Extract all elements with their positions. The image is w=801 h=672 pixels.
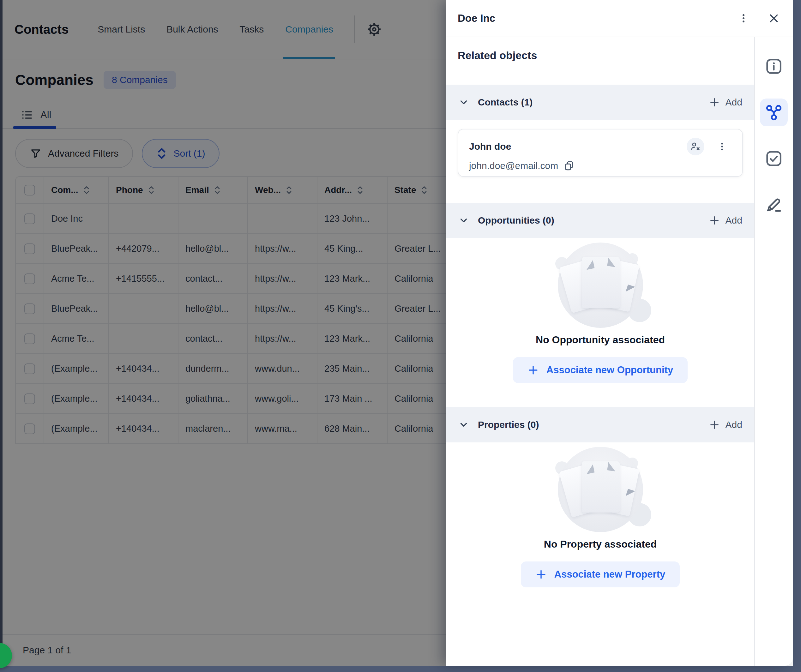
panel-header: Doe Inc [446, 0, 793, 37]
chevron-down-icon [458, 97, 469, 108]
opportunities-section-label: Opportunities (0) [478, 215, 554, 226]
no-opportunity-text: No Opportunity associated [446, 334, 754, 346]
plus-icon [536, 569, 547, 580]
properties-empty-state: No Property associated Associate new Pro… [446, 447, 754, 587]
panel-more-actions-button[interactable] [734, 9, 753, 28]
rail-tasks-tab[interactable] [760, 145, 788, 172]
relations-icon [764, 103, 783, 122]
contacts-add-label: Add [725, 97, 742, 108]
contact-card[interactable]: John doe [458, 129, 743, 177]
contacts-section-header[interactable]: Contacts (1) Add [446, 85, 754, 120]
rail-notes-tab[interactable] [760, 191, 788, 219]
empty-state-illustration [558, 243, 643, 328]
opportunities-section-header[interactable]: Opportunities (0) Add [446, 203, 754, 238]
company-detail-panel: Doe Inc Related objects [446, 0, 793, 666]
empty-state-illustration [558, 447, 643, 532]
panel-title: Doe Inc [458, 12, 495, 24]
chevron-down-icon [458, 215, 469, 226]
screen: Contacts Smart Lists Bulk Actions Tasks … [0, 0, 801, 672]
task-check-icon [764, 149, 783, 168]
remove-association-button[interactable] [687, 138, 704, 155]
panel-close-button[interactable] [764, 9, 783, 28]
properties-section-label: Properties (0) [478, 420, 539, 430]
kebab-icon [738, 13, 749, 24]
contact-more-actions-button[interactable] [713, 137, 732, 156]
panel-icon-rail [754, 37, 793, 666]
contact-name: John doe [469, 141, 511, 152]
person-x-icon [690, 141, 701, 152]
rail-relations-tab[interactable] [760, 98, 788, 126]
associate-new-property-label: Associate new Property [554, 569, 665, 580]
chevron-down-icon [458, 420, 469, 430]
panel-body: Related objects Contacts (1) Add [446, 37, 793, 666]
plus-icon [709, 215, 720, 226]
contacts-add-button[interactable]: Add [709, 97, 742, 108]
contact-email: john.doe@email.com [469, 161, 558, 171]
associate-new-opportunity-label: Associate new Opportunity [547, 365, 673, 376]
kebab-icon [717, 141, 727, 151]
opportunities-empty-state: No Opportunity associated Associate new … [446, 243, 754, 383]
modal-dim-overlay [0, 0, 446, 666]
plus-icon [709, 420, 720, 430]
opportunities-add-label: Add [725, 215, 742, 226]
close-icon [768, 13, 780, 24]
copy-icon[interactable] [564, 161, 574, 171]
properties-add-button[interactable]: Add [709, 420, 742, 430]
opportunities-add-button[interactable]: Add [709, 215, 742, 226]
related-objects-heading: Related objects [458, 49, 743, 64]
plus-icon [528, 365, 539, 376]
properties-section-header[interactable]: Properties (0) Add [446, 407, 754, 442]
info-icon [764, 57, 783, 76]
plus-icon [709, 97, 720, 108]
associate-new-property-button[interactable]: Associate new Property [521, 561, 680, 587]
no-property-text: No Property associated [446, 539, 754, 550]
panel-main-content: Related objects Contacts (1) Add [446, 37, 754, 666]
associate-new-opportunity-button[interactable]: Associate new Opportunity [513, 357, 688, 383]
properties-add-label: Add [725, 420, 742, 430]
notes-pencil-icon [764, 195, 783, 214]
contacts-section-label: Contacts (1) [478, 97, 532, 108]
rail-info-tab[interactable] [760, 52, 788, 80]
